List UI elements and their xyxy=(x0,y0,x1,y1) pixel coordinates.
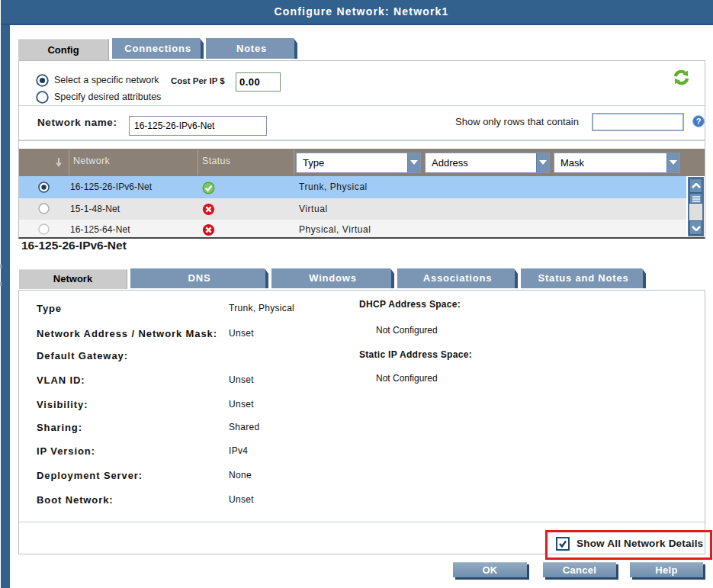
svg-text:?: ? xyxy=(696,117,702,126)
